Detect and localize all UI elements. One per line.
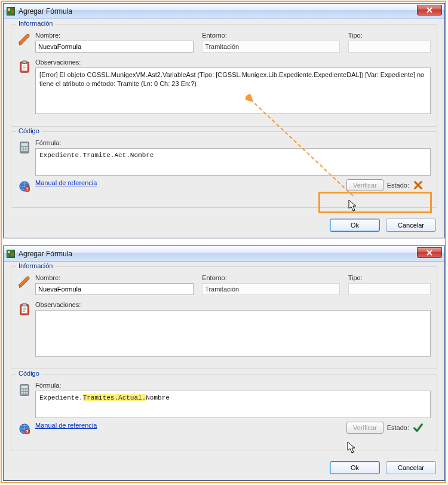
- dialog-agregar-formula-bottom: Agregar Fórmula Información Nombre:: [3, 245, 445, 481]
- formula-label: Fórmula:: [35, 382, 431, 389]
- svg-text:?: ?: [26, 186, 28, 192]
- svg-rect-5: [22, 61, 26, 64]
- group-codigo: Código Fórmula: Expediente.Tramites.Actu…: [11, 374, 437, 450]
- entorno-label: Entorno:: [202, 32, 340, 39]
- verificar-button[interactable]: Verificar: [346, 179, 383, 191]
- svg-text:?: ?: [26, 429, 28, 434]
- formula-prefix: Expediente.: [39, 394, 83, 401]
- tipo-label: Tipo:: [348, 32, 431, 39]
- window-title: Agregar Fórmula: [19, 250, 72, 258]
- svg-rect-4: [22, 64, 27, 71]
- observaciones-textarea[interactable]: [35, 310, 431, 357]
- svg-rect-28: [26, 389, 28, 391]
- app-icon: [6, 249, 16, 259]
- estado-label: Estado:: [387, 182, 409, 189]
- svg-rect-25: [22, 386, 28, 389]
- calculator-icon: [17, 140, 32, 155]
- formula-label: Fórmula:: [35, 139, 431, 146]
- group-informacion: Información Nombre: Entorno:: [11, 24, 437, 127]
- app-icon: [6, 7, 16, 16]
- manual-referencia-link[interactable]: Manual de referencia: [35, 422, 97, 429]
- calculator-icon: [17, 383, 32, 397]
- estado-label: Estado:: [387, 424, 409, 431]
- titlebar[interactable]: Agregar Fórmula: [4, 4, 444, 19]
- formula-textarea[interactable]: Expediente.Tramite.Act.Nombre: [35, 148, 431, 176]
- svg-rect-11: [22, 149, 23, 151]
- legend-informacion: Información: [16, 262, 55, 269]
- svg-rect-9: [24, 147, 26, 149]
- svg-rect-7: [22, 143, 28, 146]
- ok-button[interactable]: Ok: [330, 219, 380, 232]
- globe-help-icon: ?: [17, 179, 32, 194]
- status-ok-icon: [413, 422, 424, 433]
- close-button[interactable]: [417, 5, 442, 16]
- observaciones-label: Observaciones:: [35, 59, 431, 66]
- globe-help-icon: ?: [17, 422, 32, 436]
- verificar-button[interactable]: Verificar: [346, 422, 383, 434]
- pencil-icon: [17, 275, 32, 290]
- svg-rect-20: [11, 253, 14, 256]
- legend-codigo: Código: [16, 370, 42, 377]
- formula-highlighted-text: Tramites.Actual.: [83, 394, 146, 401]
- nombre-input[interactable]: [35, 283, 194, 295]
- legend-informacion: Información: [16, 20, 55, 27]
- close-button[interactable]: [417, 247, 442, 258]
- group-informacion: Información Nombre: Entorno:: [11, 266, 437, 369]
- cancel-button[interactable]: Cancelar: [386, 461, 436, 474]
- svg-rect-13: [26, 149, 28, 151]
- clipboard-icon: [17, 60, 32, 74]
- nombre-label: Nombre:: [35, 274, 194, 281]
- svg-rect-31: [26, 392, 28, 394]
- svg-rect-26: [22, 389, 23, 391]
- clipboard-icon: [17, 302, 32, 317]
- entorno-field: [202, 41, 340, 53]
- svg-rect-10: [26, 147, 28, 149]
- observaciones-label: Observaciones:: [35, 301, 431, 308]
- svg-rect-27: [24, 389, 26, 391]
- window-title: Agregar Fórmula: [19, 7, 72, 16]
- group-codigo: Código Fórmula: Expediente.Tramite.Act.N…: [11, 131, 437, 208]
- entorno-label: Entorno:: [202, 274, 340, 281]
- nombre-input[interactable]: [35, 41, 194, 53]
- svg-rect-30: [24, 392, 26, 394]
- cancel-button[interactable]: Cancelar: [386, 219, 436, 232]
- titlebar[interactable]: Agregar Fórmula: [4, 246, 444, 262]
- svg-rect-2: [11, 10, 14, 13]
- tipo-field: [348, 283, 431, 295]
- observaciones-textarea[interactable]: [Error] El objeto CGSSL.MunigexVM.Ast2.V…: [35, 67, 431, 114]
- entorno-field: [202, 283, 340, 295]
- pencil-icon: [17, 33, 32, 47]
- svg-rect-19: [8, 251, 10, 253]
- svg-rect-8: [22, 147, 23, 149]
- dialog-agregar-formula-top: Agregar Fórmula Información Nombre:: [3, 3, 445, 238]
- svg-rect-1: [8, 8, 10, 11]
- tipo-field: [348, 41, 431, 53]
- svg-rect-12: [24, 149, 26, 151]
- formula-suffix: Nombre: [146, 394, 170, 401]
- manual-referencia-link[interactable]: Manual de referencia: [35, 179, 97, 186]
- status-error-icon: [413, 180, 424, 191]
- svg-rect-29: [22, 392, 23, 394]
- ok-button[interactable]: Ok: [330, 461, 380, 474]
- formula-textarea[interactable]: Expediente.Tramites.Actual.Nombre: [35, 391, 431, 418]
- nombre-label: Nombre:: [35, 32, 194, 39]
- svg-rect-23: [22, 303, 26, 306]
- legend-codigo: Código: [16, 127, 42, 134]
- tipo-label: Tipo:: [348, 274, 431, 281]
